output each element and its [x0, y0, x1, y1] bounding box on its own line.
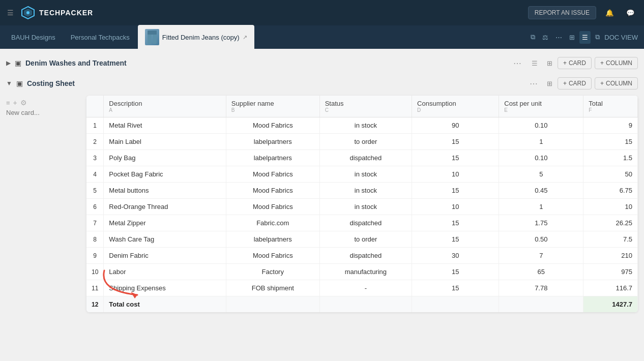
copy-icon: ⧉ — [531, 33, 535, 41]
cell-supplier-11[interactable]: FOB shipment — [226, 280, 319, 296]
section-icon-costing: ▣ — [16, 79, 23, 87]
feedback-btn[interactable]: 💬 — [623, 6, 638, 20]
cell-status-1[interactable]: in stock — [319, 117, 412, 134]
cell-description-3[interactable]: Poly Bag — [104, 150, 226, 166]
cell-cost-4[interactable]: 5 — [499, 166, 583, 183]
row-number-8: 8 — [86, 231, 104, 248]
cell-cost-6[interactable]: 1 — [499, 199, 583, 215]
add-new-card-btn[interactable]: + — [13, 99, 17, 107]
plus-card-costing-icon: + — [563, 80, 567, 87]
tabbar: BAUH Designs Personal Techpacks Fitted D… — [0, 25, 644, 49]
copy-btn[interactable]: ⧉ — [528, 31, 538, 44]
cell-status-2[interactable]: to order — [319, 134, 412, 150]
section-toggle-costing[interactable]: ▼ — [6, 80, 12, 87]
cell-supplier-7[interactable]: Fabric.com — [226, 215, 319, 231]
cell-cost-12[interactable] — [499, 296, 583, 313]
section-toggle-denim[interactable]: ▶ — [6, 59, 11, 67]
filter-btn[interactable]: ⚖ — [540, 31, 551, 44]
cell-description-10[interactable]: Labor — [104, 264, 226, 280]
cell-status-7[interactable]: dispatched — [319, 215, 412, 231]
cell-consumption-1[interactable]: 90 — [412, 117, 499, 134]
more-btn[interactable]: ⋯ — [553, 31, 565, 44]
tab-personal-techpacks[interactable]: Personal Techpacks — [64, 29, 137, 45]
cell-cost-11[interactable]: 7.78 — [499, 280, 583, 296]
section-list-denim[interactable]: ☰ — [529, 58, 541, 68]
cell-supplier-1[interactable]: Mood Fabrics — [226, 117, 319, 134]
grid-toggle-denim[interactable]: ⊞ — [545, 57, 554, 69]
cell-supplier-2[interactable]: labelpartners — [226, 134, 319, 150]
cell-description-12[interactable]: Total cost — [104, 296, 226, 313]
add-card-denim-label: CARD — [569, 59, 586, 67]
cell-description-4[interactable]: Pocket Bag Fabric — [104, 166, 226, 183]
cell-description-8[interactable]: Wash Care Tag — [104, 231, 226, 248]
cell-description-9[interactable]: Denim Fabric — [104, 248, 226, 264]
cell-status-9[interactable]: dispatched — [319, 248, 412, 264]
cell-total-4: 50 — [583, 166, 638, 183]
cell-status-6[interactable]: in stock — [319, 199, 412, 215]
cell-description-6[interactable]: Red-Orange Thread — [104, 199, 226, 215]
notifications-btn[interactable]: 🔔 — [602, 6, 617, 20]
tab-bauh-designs[interactable]: BAUH Designs — [4, 29, 63, 45]
cell-supplier-10[interactable]: Factory — [226, 264, 319, 280]
section-actions-denim: ⊞ + CARD + COLUMN — [545, 57, 638, 69]
cell-consumption-5[interactable]: 15 — [412, 183, 499, 199]
grid-view-btn[interactable]: ⊞ — [567, 31, 577, 44]
cell-supplier-4[interactable]: Mood Fabrics — [226, 166, 319, 183]
add-card-denim-btn[interactable]: + CARD — [558, 57, 592, 69]
cell-consumption-2[interactable]: 15 — [412, 134, 499, 150]
cell-consumption-6[interactable]: 10 — [412, 199, 499, 215]
cell-consumption-12[interactable] — [412, 296, 499, 313]
section-menu-denim[interactable]: ⋯ — [510, 57, 524, 69]
cell-consumption-3[interactable]: 15 — [412, 150, 499, 166]
report-issue-btn[interactable]: REPORT AN ISSUE — [528, 6, 596, 19]
grid-icon: ⊞ — [569, 34, 575, 41]
add-column-denim-btn[interactable]: + COLUMN — [595, 57, 638, 69]
cell-consumption-7[interactable]: 15 — [412, 215, 499, 231]
cell-status-11[interactable]: - — [319, 280, 412, 296]
cell-consumption-4[interactable]: 10 — [412, 166, 499, 183]
cell-consumption-8[interactable]: 15 — [412, 231, 499, 248]
cell-cost-8[interactable]: 0.50 — [499, 231, 583, 248]
settings-btn[interactable]: ⧉ — [593, 31, 602, 44]
cell-status-5[interactable]: in stock — [319, 183, 412, 199]
cell-supplier-6[interactable]: Mood Fabrics — [226, 199, 319, 215]
cell-cost-2[interactable]: 1 — [499, 134, 583, 150]
add-column-costing-btn[interactable]: + COLUMN — [595, 77, 638, 89]
grid-toggle-costing[interactable]: ⊞ — [545, 78, 554, 89]
cell-cost-9[interactable]: 7 — [499, 248, 583, 264]
list-icon: ☰ — [582, 34, 588, 41]
cell-description-11[interactable]: Shipping Expenses — [104, 280, 226, 296]
cell-status-10[interactable]: manufacturing — [319, 264, 412, 280]
cell-supplier-3[interactable]: labelpartners — [226, 150, 319, 166]
cell-supplier-9[interactable]: Mood Fabrics — [226, 248, 319, 264]
list-view-btn[interactable]: ☰ — [579, 31, 591, 44]
section-menu-costing[interactable]: ⋯ — [526, 78, 541, 89]
cell-cost-7[interactable]: 1.75 — [499, 215, 583, 231]
add-card-costing-btn[interactable]: + CARD — [558, 77, 592, 89]
cell-description-7[interactable]: Metal Zipper — [104, 215, 226, 231]
cell-supplier-8[interactable]: labelpartners — [226, 231, 319, 248]
cell-cost-3[interactable]: 0.10 — [499, 150, 583, 166]
hamburger-lines-icon: ≡ — [6, 99, 10, 107]
cell-status-4[interactable]: in stock — [319, 166, 412, 183]
table-row: 10 Labor Factory manufacturing 15 65 975 — [86, 264, 638, 280]
tab-fitted-denim[interactable]: Fitted Denim Jeans (copy) ↗ — [138, 25, 254, 49]
new-card-input[interactable] — [6, 109, 82, 116]
app-logo: TECHPACKER — [21, 6, 93, 20]
cell-consumption-11[interactable]: 15 — [412, 280, 499, 296]
cell-description-5[interactable]: Metal buttons — [104, 183, 226, 199]
cell-status-12[interactable] — [319, 296, 412, 313]
cell-description-2[interactable]: Main Label — [104, 134, 226, 150]
cell-supplier-5[interactable]: Mood Fabrics — [226, 183, 319, 199]
settings-card-btn[interactable]: ⚙ — [20, 99, 27, 107]
cell-consumption-9[interactable]: 30 — [412, 248, 499, 264]
cell-status-3[interactable]: dispatched — [319, 150, 412, 166]
cell-cost-10[interactable]: 65 — [499, 264, 583, 280]
cell-status-8[interactable]: to order — [319, 231, 412, 248]
cell-cost-5[interactable]: 0.45 — [499, 183, 583, 199]
cell-supplier-12[interactable] — [226, 296, 319, 313]
cell-cost-1[interactable]: 0.10 — [499, 117, 583, 134]
hamburger-menu-btn[interactable]: ☰ — [6, 8, 15, 18]
cell-consumption-10[interactable]: 15 — [412, 264, 499, 280]
cell-description-1[interactable]: Metal Rivet — [104, 117, 226, 134]
